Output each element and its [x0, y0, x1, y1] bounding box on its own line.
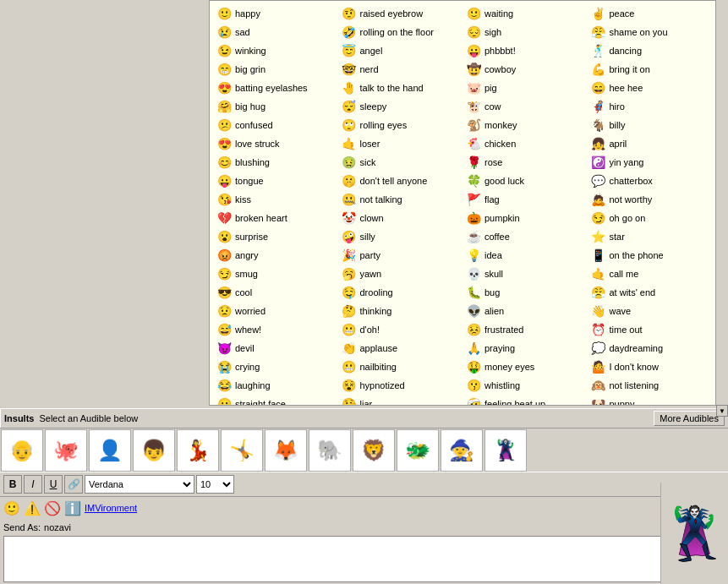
emoji-item[interactable]: 😤at wits' end: [588, 283, 713, 302]
emoji-item[interactable]: 💪bring it on: [588, 60, 713, 79]
size-select[interactable]: 10 8 12 14 16 18 20 24: [196, 475, 234, 494]
emoji-item[interactable]: 😄hee hee: [588, 79, 713, 97]
emoji-item[interactable]: 😗whistling: [463, 376, 588, 395]
emoji-item[interactable]: 😬d'oh!: [338, 320, 463, 339]
emoji-item[interactable]: 😁big grin: [213, 60, 338, 79]
emoji-item[interactable]: 🤤drooling: [338, 283, 463, 302]
emoji-item[interactable]: ☯️yin yang: [588, 153, 713, 172]
emoji-item[interactable]: 🤠cowboy: [463, 60, 588, 79]
emoji-item[interactable]: 😍batting eyelashes: [213, 79, 338, 97]
emoji-item[interactable]: 🎉party: [338, 246, 463, 265]
audible-item[interactable]: 🐘: [309, 429, 351, 472]
emoji-item[interactable]: 😊blushing: [213, 153, 338, 172]
emoji-item[interactable]: ✌️peace: [588, 4, 713, 23]
emoji-item[interactable]: 😟worried: [213, 302, 338, 320]
emoji-item[interactable]: 😘kiss: [213, 190, 338, 209]
emoji-item[interactable]: 🤙loser: [338, 134, 463, 153]
emoji-item[interactable]: 😤shame on you: [588, 23, 713, 41]
font-select[interactable]: Verdana Arial Times New Roman Courier Ne…: [85, 475, 194, 494]
audible-item[interactable]: 👴: [1, 429, 43, 472]
emoji-item[interactable]: 🤫don't tell anyone: [338, 172, 463, 190]
emoji-item[interactable]: 😔sigh: [463, 23, 588, 41]
audible-item[interactable]: 👦: [133, 429, 175, 472]
warn-icon[interactable]: ⚠️: [24, 500, 41, 516]
emoji-item[interactable]: 😈devil: [213, 339, 338, 357]
emoji-item[interactable]: 😡angry: [213, 246, 338, 265]
emoji-item[interactable]: 🤨raised eyebrow: [338, 4, 463, 23]
emoji-item[interactable]: 😉winking: [213, 41, 338, 60]
emoji-item[interactable]: 😇angel: [338, 41, 463, 60]
italic-button[interactable]: I: [24, 475, 42, 494]
emoji-item[interactable]: 🤕feeling beat up: [463, 395, 588, 406]
emoji-item[interactable]: 👽alien: [463, 302, 588, 320]
emoji-item[interactable]: ⭐star: [588, 227, 713, 246]
imvironment-link[interactable]: IMVironment: [85, 503, 137, 513]
emoji-item[interactable]: 🤷I don't know: [588, 357, 713, 376]
audible-item[interactable]: 🐙: [45, 429, 87, 472]
audible-item[interactable]: 🤸: [221, 429, 263, 472]
emoji-item[interactable]: 😂laughing: [213, 376, 338, 395]
audible-item[interactable]: 🐲: [397, 429, 439, 472]
emoji-item[interactable]: 🚩flag: [463, 190, 588, 209]
audible-item[interactable]: 💃: [177, 429, 219, 472]
emoji-item[interactable]: ⏰time out: [588, 320, 713, 339]
emoji-item[interactable]: 😢sad: [213, 23, 338, 41]
emoji-item[interactable]: 🤐not talking: [338, 190, 463, 209]
emoji-item[interactable]: 🐐billy: [588, 116, 713, 134]
emoji-item[interactable]: 🎃pumpkin: [463, 209, 588, 227]
emoji-item[interactable]: 🐒monkey: [463, 116, 588, 134]
emoji-item[interactable]: 🙉not listening: [588, 376, 713, 395]
scroll-down-arrow[interactable]: ▼: [716, 405, 728, 417]
emoji-item[interactable]: 👋wave: [588, 302, 713, 320]
emoji-item[interactable]: 😬nailbiting: [338, 357, 463, 376]
emoji-item[interactable]: 👏applause: [338, 339, 463, 357]
info-icon[interactable]: ℹ️: [64, 500, 81, 516]
audible-item[interactable]: 🦁: [353, 429, 395, 472]
emoji-item[interactable]: 🤚talk to the hand: [338, 79, 463, 97]
emoji-item[interactable]: 🤓nerd: [338, 60, 463, 79]
emoji-item[interactable]: 😍love struck: [213, 134, 338, 153]
block-icon[interactable]: 🚫: [44, 500, 61, 516]
emoji-item[interactable]: 🕺dancing: [588, 41, 713, 60]
emoji-item[interactable]: 💭daydreaming: [588, 339, 713, 357]
message-input[interactable]: [3, 536, 675, 582]
emoji-item[interactable]: 🤢sick: [338, 153, 463, 172]
emoji-item[interactable]: 🙏praying: [463, 339, 588, 357]
audible-item[interactable]: 🧙: [441, 429, 483, 472]
emoji-item[interactable]: 🐛bug: [463, 283, 588, 302]
emoji-item[interactable]: 😏smug: [213, 265, 338, 283]
emoji-item[interactable]: 💡idea: [463, 246, 588, 265]
emoji-item[interactable]: 😎cool: [213, 283, 338, 302]
emoji-item[interactable]: 🙄rolling eyes: [338, 116, 463, 134]
emoji-item[interactable]: 👧april: [588, 134, 713, 153]
audible-item[interactable]: 🦹: [484, 429, 527, 472]
emoji-item[interactable]: 😵hypnotized: [338, 376, 463, 395]
emoji-item[interactable]: 🤙call me: [588, 265, 713, 283]
emoji-item[interactable]: 🙇not worthy: [588, 190, 713, 209]
emoji-item[interactable]: 😣frustrated: [463, 320, 588, 339]
emoji-item[interactable]: 💀skull: [463, 265, 588, 283]
emoji-item[interactable]: 🤗big hug: [213, 97, 338, 116]
emoji-item[interactable]: 😐straight face: [213, 395, 338, 406]
emoji-item[interactable]: 🦸hiro: [588, 97, 713, 116]
emoji-item[interactable]: 😮surprise: [213, 227, 338, 246]
emoji-item[interactable]: 🙂happy: [213, 4, 338, 23]
audible-item[interactable]: 👤: [89, 429, 131, 472]
underline-button[interactable]: U: [44, 475, 63, 494]
bold-button[interactable]: B: [3, 475, 22, 494]
hyperlink-button[interactable]: 🔗: [64, 475, 83, 494]
emoji-item[interactable]: 🤣rolling on the floor: [338, 23, 463, 41]
emoji-item[interactable]: 🤪silly: [338, 227, 463, 246]
emoji-item[interactable]: 🤡clown: [338, 209, 463, 227]
smiley-icon[interactable]: 🙂: [3, 500, 20, 516]
emoji-item[interactable]: 😴sleepy: [338, 97, 463, 116]
emoji-item[interactable]: 😕confused: [213, 116, 338, 134]
emoji-item[interactable]: 🥱yawn: [338, 265, 463, 283]
emoji-item[interactable]: 💬chatterbox: [588, 172, 713, 190]
emoji-item[interactable]: 🤥liar: [338, 395, 463, 406]
emoji-item[interactable]: 🤔thinking: [338, 302, 463, 320]
emoji-item[interactable]: 🐷pig: [463, 79, 588, 97]
emoji-item[interactable]: 📱on the phone: [588, 246, 713, 265]
emoji-item[interactable]: 😛tongue: [213, 172, 338, 190]
emoji-item[interactable]: 🙂waiting: [463, 4, 588, 23]
